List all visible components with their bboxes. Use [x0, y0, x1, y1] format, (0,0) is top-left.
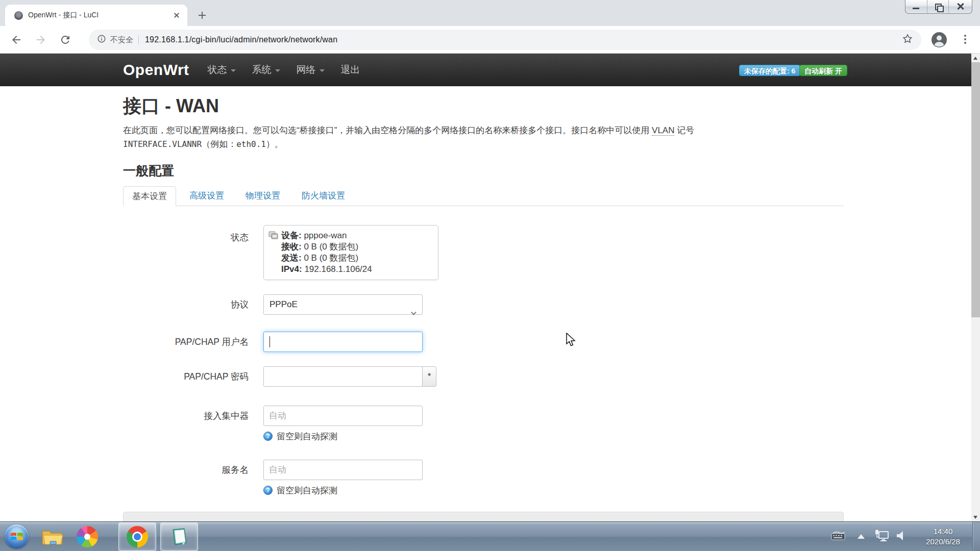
scroll-down-icon[interactable] [971, 513, 980, 521]
window-restore-button[interactable] [927, 0, 948, 13]
concentrator-input[interactable] [263, 406, 423, 426]
taskbar-notepad-button[interactable] [160, 522, 198, 551]
service-input[interactable] [263, 460, 423, 480]
nav-system[interactable]: 系统 [252, 63, 280, 77]
taskbar-explorer-button[interactable] [37, 522, 68, 551]
select-chevron-icon [411, 303, 416, 307]
auto-refresh-badge[interactable]: 自动刷新 开 [799, 65, 847, 76]
status-row: 状态 设备: pppoe-wan 接收: 0 B (0 数据包) 发送: 0 B… [123, 225, 844, 280]
window-controls [905, 0, 972, 14]
status-label: 状态 [123, 225, 263, 280]
browser-tab[interactable]: OpenWrt - 接口 - LuCI [5, 5, 187, 26]
address-bar[interactable]: 不安全 192.168.1.1/cgi-bin/luci/admin/netwo… [89, 30, 921, 50]
explorer-folder-icon [41, 527, 64, 546]
taskbar-clock[interactable]: 14:40 2020/6/28 [916, 527, 970, 547]
tab-firewall-settings[interactable]: 防火墙设置 [293, 186, 353, 206]
tab-close-icon[interactable] [172, 11, 181, 20]
notepad-icon [169, 527, 189, 547]
taskbar-chrome-button[interactable] [118, 522, 156, 551]
luci-nav: 状态 系统 网络 退出 [208, 63, 360, 77]
rx-value: 0 B (0 数据包) [304, 242, 358, 252]
tx-value: 0 B (0 数据包) [304, 253, 358, 263]
page-viewport: OpenWrt 状态 系统 网络 退出 未保存的配置: 6 自动刷新 开 接口 … [0, 54, 980, 521]
nav-status[interactable]: 状态 [208, 63, 236, 77]
info-icon[interactable] [97, 34, 106, 45]
browser-titlebar: OpenWrt - 接口 - LuCI [0, 0, 980, 26]
browser-toolbar: 不安全 192.168.1.1/cgi-bin/luci/admin/netwo… [0, 26, 980, 54]
start-button[interactable] [5, 524, 29, 548]
chrome-icon [127, 526, 148, 547]
protocol-select[interactable]: PPPoE [263, 294, 423, 315]
address-separator [138, 35, 139, 44]
chevron-down-icon [320, 69, 325, 72]
mouse-cursor [566, 333, 576, 350]
concentrator-row: 接入集中器 留空则自动探测 [123, 406, 844, 442]
unsaved-changes-badge[interactable]: 未保存的配置: 6 [739, 65, 800, 76]
text-caret [270, 336, 270, 347]
page-title: 接口 - WAN [123, 96, 844, 116]
ethernet-adapter-icon [268, 231, 279, 240]
page-content: 接口 - WAN 在此页面，您可以配置网络接口。您可以勾选“桥接接口”，并输入由… [123, 96, 844, 521]
tab-title: OpenWrt - 接口 - LuCI [28, 11, 168, 20]
profile-avatar-icon[interactable] [931, 32, 947, 50]
clock-date: 2020/6/28 [916, 537, 970, 547]
service-help: 留空则自动探测 [277, 485, 337, 496]
tray-volume-icon[interactable] [896, 530, 908, 543]
luci-header: OpenWrt 状态 系统 网络 退出 未保存的配置: 6 自动刷新 开 [0, 54, 971, 86]
window-close-button[interactable] [948, 0, 972, 13]
taskbar-browser-pinwheel-button[interactable] [71, 522, 103, 551]
chevron-down-icon [231, 69, 236, 72]
interface-form: 状态 设备: pppoe-wan 接收: 0 B (0 数据包) 发送: 0 B… [123, 225, 844, 521]
tray-show-hidden-icon[interactable] [857, 534, 865, 539]
device-value: pppoe-wan [304, 231, 347, 240]
openwrt-favicon-icon [14, 11, 23, 20]
clock-time: 14:40 [916, 527, 970, 537]
settings-tabs: 基本设置 高级设置 物理设置 防火墙设置 [123, 186, 844, 206]
back-icon[interactable] [10, 34, 22, 46]
nav-network[interactable]: 网络 [297, 63, 325, 77]
scrollbar-thumb[interactable] [971, 62, 980, 317]
username-row: PAP/CHAP 用户名 [123, 332, 844, 352]
page-scrollbar[interactable] [971, 54, 980, 521]
section-heading: 一般配置 [123, 162, 844, 179]
password-reveal-button[interactable]: * [422, 366, 436, 387]
vlan-abbr[interactable]: VLAN [652, 126, 674, 136]
windows-flag-icon [10, 531, 23, 542]
scroll-up-icon[interactable] [971, 54, 980, 62]
device-label: 设备: [281, 231, 302, 240]
tx-label: 发送: [281, 253, 302, 263]
show-desktop-button[interactable] [972, 522, 980, 551]
bookmark-star-icon[interactable] [902, 33, 913, 46]
forward-icon [35, 34, 47, 46]
username-label: PAP/CHAP 用户名 [123, 332, 263, 352]
service-label: 服务名 [123, 460, 263, 480]
password-row: PAP/CHAP 密码 * [123, 366, 844, 387]
reload-icon[interactable] [59, 34, 71, 46]
security-label: 不安全 [110, 35, 133, 45]
status-box: 设备: pppoe-wan 接收: 0 B (0 数据包) 发送: 0 B (0… [263, 225, 438, 280]
pinwheel-browser-icon [77, 526, 98, 547]
help-icon [263, 486, 273, 495]
windows-taskbar: 14:40 2020/6/28 [0, 521, 980, 551]
tab-basic-settings[interactable]: 基本设置 [123, 186, 176, 206]
ipv4-value: 192.168.1.106/24 [304, 264, 372, 274]
page-description: 在此页面，您可以配置网络接口。您可以勾选“桥接接口”，并输入由空格分隔的多个网络… [123, 123, 844, 151]
rx-label: 接收: [281, 242, 302, 252]
tab-advanced-settings[interactable]: 高级设置 [181, 186, 232, 206]
concentrator-help: 留空则自动探测 [277, 431, 337, 442]
chevron-down-icon [275, 69, 280, 72]
protocol-row: 协议 PPPoE [123, 294, 844, 315]
username-input[interactable] [263, 332, 423, 352]
url-text: 192.168.1.1/cgi-bin/luci/admin/network/n… [145, 35, 337, 44]
service-row: 服务名 留空则自动探测 [123, 460, 844, 496]
tray-network-icon[interactable] [874, 530, 890, 545]
browser-menu-icon[interactable] [961, 33, 970, 46]
openwrt-brand[interactable]: OpenWrt [123, 61, 189, 79]
nav-logout[interactable]: 退出 [341, 63, 360, 77]
window-minimize-button[interactable] [905, 0, 927, 13]
tab-physical-settings[interactable]: 物理设置 [237, 186, 288, 206]
password-input[interactable] [263, 366, 423, 387]
new-tab-button[interactable] [195, 9, 209, 22]
protocol-label: 协议 [123, 294, 263, 315]
tray-keyboard-icon[interactable] [831, 531, 845, 542]
